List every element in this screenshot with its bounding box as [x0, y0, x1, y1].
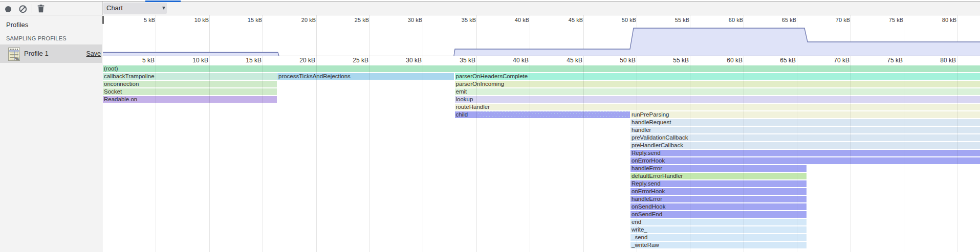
svg-text:%: % — [15, 56, 19, 61]
